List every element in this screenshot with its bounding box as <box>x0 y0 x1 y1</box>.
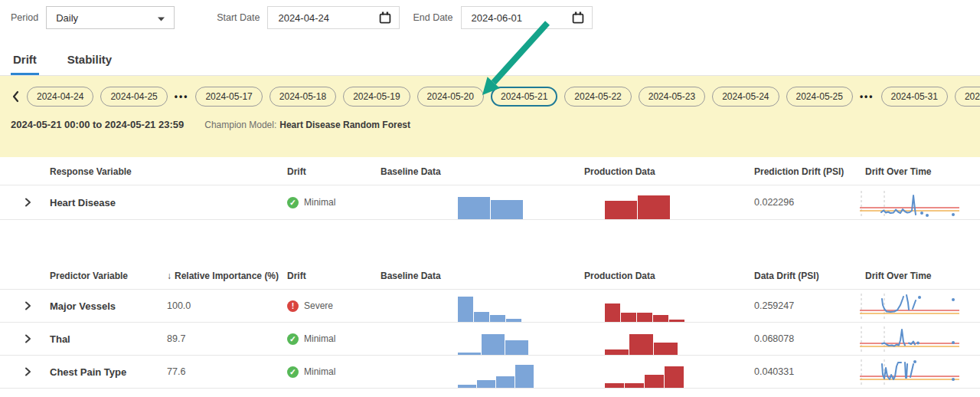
calendar-icon[interactable] <box>379 11 391 24</box>
timeline-ellipsis[interactable]: ••• <box>860 91 874 102</box>
check-circle-icon <box>287 366 299 378</box>
start-date-label: Start Date <box>217 12 260 23</box>
selected-range-text: 2024-05-21 00:00 to 2024-05-21 23:59 <box>11 119 184 130</box>
column-header-baseline-data: Baseline Data <box>381 271 584 289</box>
response-table-header: Response Variable Drift Baseline Data Pr… <box>0 157 980 185</box>
column-header-baseline-data: Baseline Data <box>381 166 584 185</box>
variable-name: Chest Pain Type <box>50 366 167 378</box>
champion-model-label: Champion Model: <box>204 120 276 130</box>
timeline-prev-button[interactable] <box>11 90 20 103</box>
production-histogram <box>584 356 754 388</box>
production-histogram <box>584 185 754 219</box>
end-date-input[interactable]: 2024-06-01 <box>461 6 593 29</box>
column-header-drift-over-time: Drift Over Time <box>860 271 980 289</box>
expand-row-button[interactable] <box>24 367 31 376</box>
drift-status-label: Minimal <box>304 333 335 344</box>
drift-status-label: Minimal <box>304 366 335 377</box>
period-value: Daily <box>56 12 78 24</box>
psi-value: 0.040331 <box>754 366 860 377</box>
drift-sparkline <box>860 185 980 219</box>
calendar-icon[interactable] <box>572 11 584 24</box>
importance-value: 77.6 <box>167 366 287 377</box>
column-header-response-variable: Response Variable <box>50 166 287 185</box>
expand-row-button[interactable] <box>24 198 31 207</box>
section-divider <box>0 220 980 261</box>
drift-status-badge: Minimal <box>287 333 381 345</box>
check-circle-icon <box>287 333 299 345</box>
drift-status-badge: Minimal <box>287 366 381 378</box>
psi-value: 0.068078 <box>754 333 860 344</box>
date-pill[interactable]: 2024-05-31 <box>881 87 948 107</box>
timeline-info-row: 2024-05-21 00:00 to 2024-05-21 23:59 Cha… <box>11 119 969 130</box>
column-header-relative-importance[interactable]: ↓Relative Importance (%) <box>167 271 287 289</box>
psi-value: 0.022296 <box>754 197 860 208</box>
date-pill[interactable]: 2024-05-23 <box>639 87 705 107</box>
date-pill[interactable]: 2024-05-17 <box>195 87 262 107</box>
column-header-drift: Drift <box>287 166 381 185</box>
expand-row-button[interactable] <box>24 301 31 310</box>
date-pill[interactable]: 2024-04-24 <box>27 87 93 107</box>
alert-circle-icon <box>287 300 299 312</box>
production-histogram <box>584 290 754 322</box>
filter-bar: Period Daily Start Date 2024-04-24 End D… <box>11 6 980 29</box>
start-date-input[interactable]: 2024-04-24 <box>267 6 400 29</box>
psi-value: 0.259247 <box>754 300 860 311</box>
drift-status-label: Minimal <box>304 197 335 208</box>
baseline-histogram <box>381 185 584 219</box>
end-date-label: End Date <box>413 12 452 23</box>
sort-descending-icon: ↓ <box>167 271 172 281</box>
date-pill[interactable]: 2024-05-25 <box>786 87 853 107</box>
column-header-production-data: Production Data <box>584 271 754 289</box>
baseline-histogram <box>381 290 584 322</box>
table-row-major-vessels[interactable]: Major Vessels 100.0 Severe 0.259247 <box>0 290 980 323</box>
champion-model: Champion Model:Heart Disease Random Fore… <box>204 120 410 130</box>
date-pill[interactable]: 2024-05-20 <box>417 87 484 107</box>
table-row-thal[interactable]: Thal 89.7 Minimal 0.068078 <box>0 323 980 356</box>
date-pill[interactable]: 2024-06-01 <box>955 87 980 107</box>
drift-sparkline <box>860 323 980 355</box>
date-pill-row: 2024-04-24 2024-04-25 ••• 2024-05-17 202… <box>11 87 969 107</box>
variable-name: Major Vessels <box>50 300 167 312</box>
period-label: Period <box>11 12 38 23</box>
period-select[interactable]: Daily <box>46 6 175 29</box>
tab-drift[interactable]: Drift <box>11 46 39 75</box>
predictor-table-header: Predictor Variable ↓Relative Importance … <box>0 261 980 290</box>
column-header-prediction-drift-psi: Prediction Drift (PSI) <box>754 166 860 185</box>
variable-name: Heart Disease <box>50 197 287 208</box>
date-pill[interactable]: 2024-05-22 <box>564 87 631 107</box>
drift-sparkline <box>860 356 980 388</box>
caret-down-icon <box>158 12 165 24</box>
column-header-data-drift-psi: Data Drift (PSI) <box>754 271 860 289</box>
date-pill[interactable]: 2024-05-18 <box>270 87 336 107</box>
drift-sparkline <box>860 290 980 322</box>
expand-row-button[interactable] <box>24 334 31 343</box>
column-header-drift-over-time: Drift Over Time <box>860 166 980 185</box>
tab-bar: Drift Stability <box>0 46 980 76</box>
importance-value: 100.0 <box>167 300 287 311</box>
variable-name: Thal <box>50 333 167 345</box>
timeline-band: 2024-04-24 2024-04-25 ••• 2024-05-17 202… <box>0 76 980 157</box>
champion-model-name: Heart Disease Random Forest <box>279 120 410 130</box>
column-header-predictor-variable: Predictor Variable <box>50 271 167 289</box>
column-header-production-data: Production Data <box>584 166 754 185</box>
date-pill[interactable]: 2024-05-24 <box>712 87 779 107</box>
column-header-relative-importance-label: Relative Importance (%) <box>175 271 279 281</box>
check-circle-icon <box>287 197 299 208</box>
start-date-value: 2024-04-24 <box>278 12 329 24</box>
end-date-value: 2024-06-01 <box>472 12 523 24</box>
date-pill-selected[interactable]: 2024-05-21 <box>491 87 557 107</box>
baseline-histogram <box>381 323 584 355</box>
timeline-ellipsis[interactable]: ••• <box>175 91 189 102</box>
drift-status-badge: Minimal <box>287 197 381 208</box>
table-row-heart-disease[interactable]: Heart Disease Minimal 0.022296 <box>0 185 980 220</box>
tab-stability[interactable]: Stability <box>65 46 114 75</box>
drift-status-badge: Severe <box>287 300 381 312</box>
table-row-chest-pain-type[interactable]: Chest Pain Type 77.6 Minimal 0.040331 <box>0 356 980 389</box>
drift-status-label: Severe <box>304 300 333 311</box>
date-pill[interactable]: 2024-05-19 <box>343 87 410 107</box>
importance-value: 89.7 <box>167 333 287 344</box>
date-pill[interactable]: 2024-04-25 <box>100 87 167 107</box>
baseline-histogram <box>381 356 584 388</box>
column-header-drift: Drift <box>287 271 381 289</box>
production-histogram <box>584 323 754 355</box>
